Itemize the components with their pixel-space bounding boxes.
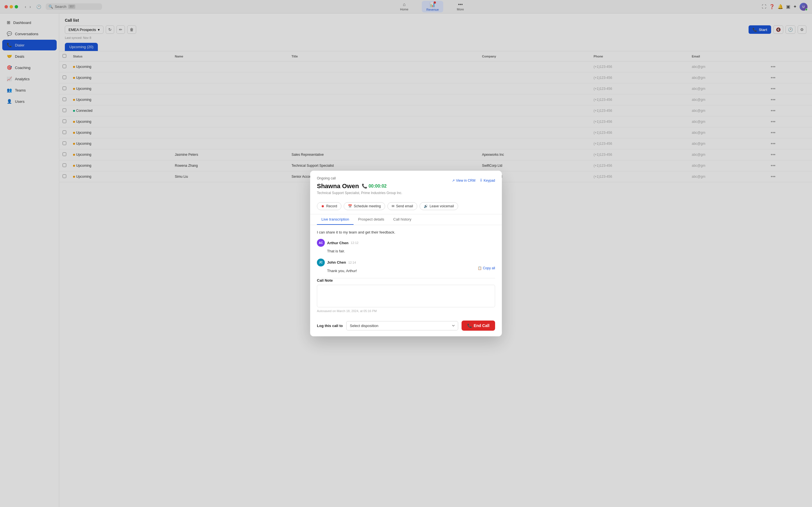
avatar-john: JC [317,259,325,267]
speaker-time-arthur: 12:12 [351,241,359,244]
speaker-john: JC John Chen 12:14 [317,259,495,267]
schedule-meeting-button[interactable]: 📅 Schedule meeting [344,202,385,210]
call-note-title: Call Note [317,278,495,283]
voicemail-label: Leave voicemail [430,204,454,208]
transcript-arthur: That is fair. [317,248,495,254]
modal-header: Ongoing call Shawna Owen 📞 00:00:02 Tech… [310,171,502,198]
end-call-label: End Call [474,323,490,328]
transcript-john: Thank you, Arthur! [317,268,477,274]
view-crm-label: View in CRM [456,179,475,182]
end-call-phone-icon: 📞 [467,323,472,328]
timer-value: 00:00:02 [368,184,387,189]
record-icon: ⏺ [321,204,324,208]
end-call-button[interactable]: 📞 End Call [462,321,495,331]
speaker-time-john: 12:14 [348,261,356,264]
phone-active-icon: 📞 [362,183,367,189]
caller-name: Shawna Owen [317,182,359,190]
voicemail-button[interactable]: 🔊 Leave voicemail [419,202,458,210]
autosaved-text: Autosaved on March 18, 2024, at 05:16 PM [317,309,495,313]
avatar-arthur: AC [317,239,325,247]
send-email-button[interactable]: ✉ Send email [388,202,417,210]
call-timer: 📞 00:00:02 [362,183,387,189]
speaker-name-john: John Chen [327,260,346,265]
copy-all-label: Copy all [483,266,495,270]
email-icon: ✉ [392,204,395,208]
log-section: Log this call to Select disposition 📞 En… [310,317,502,336]
send-email-label: Send email [396,204,413,208]
record-button[interactable]: ⏺ Record [317,202,342,210]
copy-all-button[interactable]: 📋 Copy all [477,266,495,270]
calendar-icon: 📅 [348,204,352,208]
voicemail-icon: 🔊 [424,204,428,208]
ongoing-call-modal: Ongoing call Shawna Owen 📞 00:00:02 Tech… [310,171,502,337]
call-note-section: Call Note Autosaved on March 18, 2024, a… [310,278,502,317]
keypad-link[interactable]: ⠿ Keypad [480,179,495,182]
record-label: Record [326,204,337,208]
keypad-icon: ⠿ [480,179,483,182]
copy-icon: 📋 [477,266,482,270]
caller-role: Technical Support Specialist, Prime Indu… [317,191,402,195]
ongoing-label: Ongoing call [317,176,402,180]
action-buttons-row: ⏺ Record 📅 Schedule meeting ✉ Send email… [310,198,502,214]
keypad-label: Keypad [484,179,495,182]
caller-name-row: Shawna Owen 📞 00:00:02 [317,182,402,190]
disposition-select[interactable]: Select disposition [346,321,458,330]
schedule-label: Schedule meeting [354,204,381,208]
call-note-textarea[interactable] [317,285,495,307]
tab-call-history[interactable]: Call history [389,214,416,225]
external-link-icon: ↗ [452,179,455,182]
view-crm-link[interactable]: ↗ View in CRM [452,179,475,182]
tab-prospect-details[interactable]: Prospect details [354,214,389,225]
opening-transcript: I can share it to my team and get their … [317,230,495,235]
log-label: Log this call to [317,324,343,328]
speaker-name-arthur: Arthur Chen [327,241,349,245]
speaker-arthur: AC Arthur Chen 12:12 [317,239,495,247]
modal-body: I can share it to my team and get their … [310,225,502,278]
tab-live-transcription[interactable]: Live transcription [317,214,354,225]
modal-tabs: Live transcription Prospect details Call… [310,214,502,225]
modal-overlay: Ongoing call Shawna Owen 📞 00:00:02 Tech… [0,0,812,507]
